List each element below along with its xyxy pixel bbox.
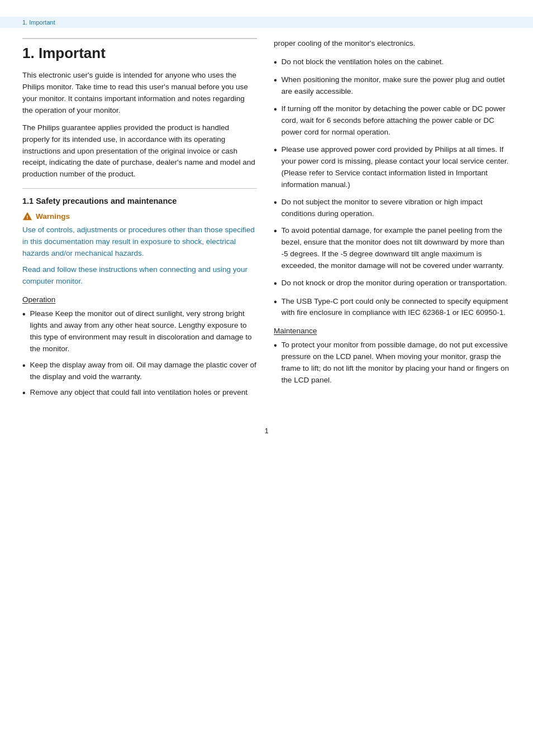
operation-heading: Operation (22, 295, 257, 304)
list-item: To protect your monitor from possible da… (274, 339, 511, 386)
list-item: When positioning the monitor, make sure … (274, 74, 511, 98)
intro-paragraph-1: This electronic user's guide is intended… (22, 70, 257, 117)
maintenance-heading: Maintenance (274, 327, 511, 335)
warning-text-1: Use of controls, adjustments or procedur… (22, 224, 257, 260)
page-number: 1 (0, 427, 533, 435)
left-column: 1. Important This electronic user's guid… (22, 38, 257, 404)
right-column: proper cooling of the monitor's electron… (274, 38, 511, 404)
warning-icon: ! (22, 211, 32, 221)
right-col-bullet-list: Do not block the ventilation holes on th… (274, 56, 511, 319)
list-item: The USB Type-C port could only be connec… (274, 296, 511, 319)
list-item: Please Keep the monitor out of direct su… (22, 308, 257, 355)
maintenance-bullet-list: To protect your monitor from possible da… (274, 339, 511, 386)
svg-text:!: ! (26, 214, 28, 221)
warnings-label: ! Warnings (22, 211, 257, 221)
warning-text-2: Read and follow these instructions when … (22, 264, 257, 288)
right-col-continue: proper cooling of the monitor's electron… (274, 38, 511, 50)
breadcrumb: 1. Important (0, 17, 533, 28)
operation-bullet-list: Please Keep the monitor out of direct su… (22, 308, 257, 400)
list-item: Remove any object that could fall into v… (22, 387, 257, 399)
subsection-title: 1.1 Safety precautions and maintenance (22, 197, 257, 205)
list-item: Do not subject the monitor to severe vib… (274, 197, 511, 220)
intro-paragraph-2: The Philips guarantee applies provided t… (22, 122, 257, 181)
breadcrumb-text: 1. Important (22, 19, 55, 26)
list-item: Do not knock or drop the monitor during … (274, 277, 511, 290)
list-item: Please use approved power cord provided … (274, 144, 511, 191)
list-item: Keep the display away from oil. Oil may … (22, 360, 257, 383)
main-title: 1. Important (22, 38, 257, 62)
section-divider (22, 188, 257, 189)
list-item: If turning off the monitor by detaching … (274, 103, 511, 138)
list-item: To avoid potential damage, for example t… (274, 225, 511, 272)
list-item: Do not block the ventilation holes on th… (274, 56, 511, 69)
